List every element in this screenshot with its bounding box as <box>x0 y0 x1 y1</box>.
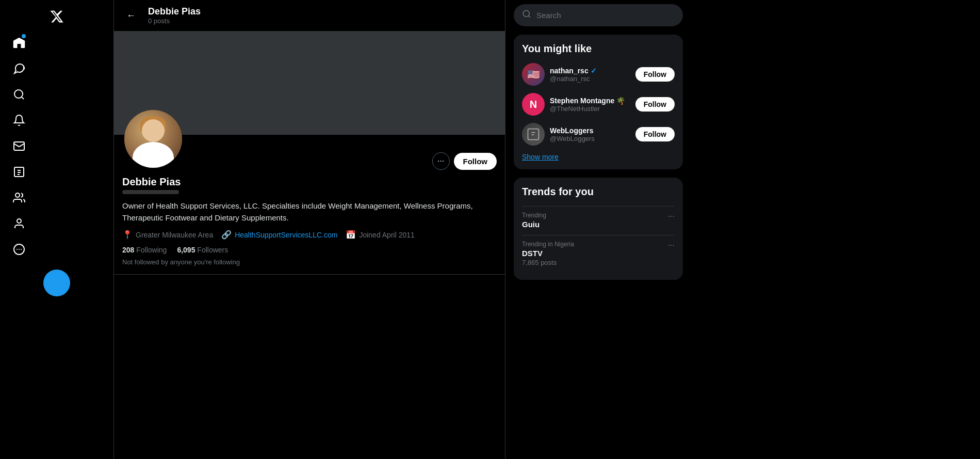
suggestion-info-stephen: Stephen Montagne 🌴 @TheNetHustler <box>550 97 630 113</box>
profile-header-info: Debbie Pias 0 posts <box>148 6 201 25</box>
profile-header-posts: 0 posts <box>148 17 201 25</box>
trend-context-guiu: Trending <box>522 212 675 219</box>
user-icon <box>12 217 26 230</box>
svg-point-4 <box>17 219 21 223</box>
sidebar-item-search[interactable] <box>6 83 107 106</box>
x-logo[interactable] <box>44 4 69 29</box>
sidebar-item-more[interactable] <box>6 238 107 261</box>
trend-count-dstv: 7,865 posts <box>522 259 675 266</box>
profile-header: ← Debbie Pias 0 posts <box>114 0 505 31</box>
following-count: 208 <box>122 246 134 254</box>
followers-stat[interactable]: 6,095 Followers <box>177 246 228 254</box>
show-more-link[interactable]: Show more <box>522 153 675 161</box>
profile-handle-bar <box>122 190 497 194</box>
profile-header-name: Debbie Pias <box>148 6 201 17</box>
avatar-body-decoration <box>133 142 174 168</box>
trend-more-dstv[interactable]: ··· <box>668 241 675 250</box>
suggestion-avatar-nathan: 🇺🇸 <box>522 63 545 86</box>
website-link[interactable]: HealthSupportServicesLLC.com <box>235 231 337 239</box>
sidebar-item-profile[interactable] <box>6 212 107 235</box>
handle-placeholder <box>122 190 179 194</box>
search-bar[interactable]: Search <box>514 4 683 26</box>
followers-label: Followers <box>197 246 228 254</box>
suggestion-handle-nathan: @nathan_rsc <box>550 75 630 83</box>
trend-context-dstv: Trending in Nigeria <box>522 241 675 248</box>
sidebar-item-messages[interactable] <box>6 134 107 158</box>
suggestion-handle-stephen: @TheNetHustler <box>550 105 630 113</box>
sidebar-item-compose[interactable] <box>6 160 107 184</box>
following-label: Following <box>136 246 167 254</box>
suggestion-info-nathan: nathan_rsc ✓ @nathan_rsc <box>550 67 630 83</box>
suggestion-handle-webloggers: @WebLoggers <box>550 135 630 143</box>
trend-item-dstv[interactable]: Trending in Nigeria DSTV 7,865 posts ··· <box>522 235 675 272</box>
suggestion-avatar-stephen: N <box>522 93 545 116</box>
suggestion-item-nathan: 🇺🇸 nathan_rsc ✓ @nathan_rsc Follow <box>522 63 675 86</box>
link-icon: 🔗 <box>221 230 232 240</box>
trend-name-dstv: DSTV <box>522 249 675 258</box>
svg-point-0 <box>14 90 23 98</box>
suggestion-item-webloggers: WebLoggers @WebLoggers Follow <box>522 123 675 146</box>
more-circle-icon <box>12 243 26 256</box>
home-notification-badge <box>22 34 26 38</box>
search-bar-icon <box>522 9 531 21</box>
not-followed-note: Not followed by anyone you're following <box>122 258 497 266</box>
suggestion-name-nathan: nathan_rsc ✓ <box>550 67 630 75</box>
suggestion-name-webloggers: WebLoggers <box>550 126 630 135</box>
trends-title: Trends for you <box>522 186 675 198</box>
profile-meta: 📍 Greater Milwaukee Area 🔗 HealthSupport… <box>122 230 497 240</box>
trend-more-guiu[interactable]: ··· <box>668 212 675 221</box>
sidebar-item-explore[interactable] <box>6 57 107 81</box>
suggestion-info-webloggers: WebLoggers @WebLoggers <box>550 126 630 143</box>
webloggers-inner-avatar <box>522 123 545 146</box>
location-meta: 📍 Greater Milwaukee Area <box>122 230 213 240</box>
mail-icon <box>12 139 26 153</box>
trend-name-guiu: Guiu <box>522 220 675 229</box>
sidebar-nav <box>0 31 113 261</box>
avatar-face-decoration <box>142 119 165 142</box>
sidebar-item-home[interactable] <box>6 31 107 55</box>
follow-button-stephen[interactable]: Follow <box>635 97 675 112</box>
verified-icon-nathan: ✓ <box>591 67 597 75</box>
trends-widget: Trends for you Trending Guiu ··· Trendin… <box>514 178 683 280</box>
location-icon: 📍 <box>122 230 133 240</box>
website-meta: 🔗 HealthSupportServicesLLC.com <box>221 230 337 240</box>
people-icon <box>12 191 26 204</box>
location-text: Greater Milwaukee Area <box>136 231 213 239</box>
explore-icon <box>12 62 26 75</box>
joined-text: Joined April 2011 <box>359 231 414 239</box>
main-content: ← Debbie Pias 0 posts ··· Follow Debbie … <box>113 0 505 459</box>
avatar <box>122 108 184 170</box>
sidebar-item-communities[interactable] <box>6 186 107 210</box>
profile-display-name: Debbie Pias <box>122 176 497 188</box>
svg-point-3 <box>15 193 20 197</box>
pencil-icon <box>12 165 26 179</box>
svg-rect-1 <box>14 142 24 150</box>
follow-button[interactable]: Follow <box>454 153 497 170</box>
back-button[interactable]: ← <box>122 7 140 24</box>
more-options-button[interactable]: ··· <box>432 152 450 170</box>
followers-count: 6,095 <box>177 246 195 254</box>
suggestion-avatar-webloggers <box>522 123 545 146</box>
follow-button-nathan[interactable]: Follow <box>635 67 675 82</box>
you-might-like-title: You might like <box>522 43 675 55</box>
joined-meta: 📅 Joined April 2011 <box>346 230 414 240</box>
search-icon <box>12 88 26 101</box>
action-buttons: ··· Follow <box>432 152 497 170</box>
calendar-icon: 📅 <box>346 230 356 240</box>
following-stat[interactable]: 208 Following <box>122 246 167 254</box>
follow-button-webloggers[interactable]: Follow <box>635 127 675 141</box>
suggestion-item-stephen: N Stephen Montagne 🌴 @TheNetHustler Foll… <box>522 93 675 116</box>
svg-point-6 <box>523 10 529 17</box>
suggestion-name-stephen: Stephen Montagne 🌴 <box>550 97 630 105</box>
svg-rect-7 <box>528 129 539 140</box>
sidebar <box>0 0 113 459</box>
trend-item-guiu[interactable]: Trending Guiu ··· <box>522 206 675 235</box>
right-sidebar: Search You might like 🇺🇸 nathan_rsc ✓ @n… <box>505 0 691 459</box>
profile-bio: Owner of Health Support Services, LLC. S… <box>122 200 497 224</box>
profile-stats: 208 Following 6,095 Followers <box>122 246 497 254</box>
create-post-button[interactable] <box>43 270 70 296</box>
you-might-like-widget: You might like 🇺🇸 nathan_rsc ✓ @nathan_r… <box>514 35 683 169</box>
search-placeholder-text: Search <box>536 11 561 20</box>
bell-icon <box>12 114 26 127</box>
sidebar-item-notifications[interactable] <box>6 108 107 132</box>
